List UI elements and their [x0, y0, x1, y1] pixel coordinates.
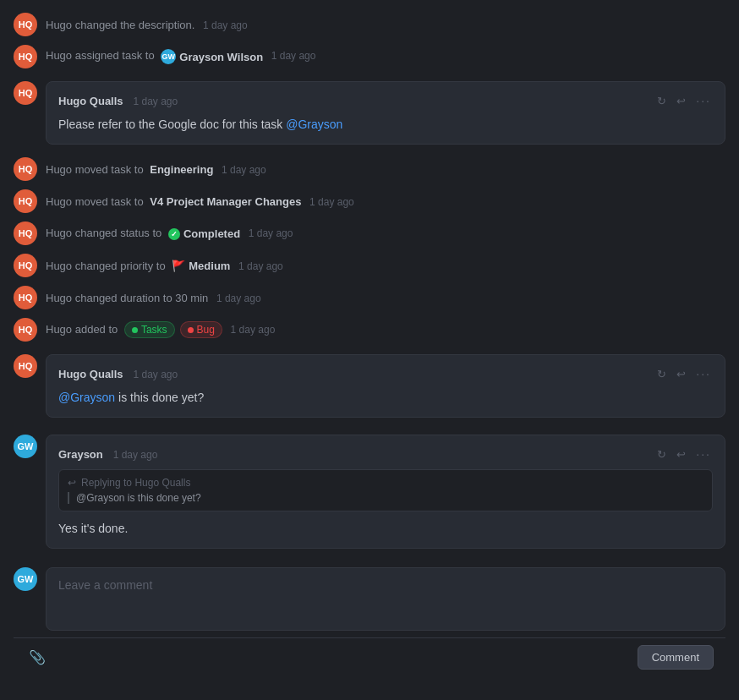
activity-row-moved-engineering: HQ Hugo moved task to Engineering 1 day … [14, 153, 725, 185]
comment-actions-1[interactable]: ↻ ↩ ··· [655, 92, 713, 109]
comment-author-area-3: Grayson 1 day ago [58, 447, 157, 461]
tag-dot-tasks [132, 327, 138, 333]
activity-text-7: Hugo changed duration to 30 min 1 day ag… [46, 292, 725, 304]
comment-body-3: Grayson 1 day ago ↻ ↩ ··· ↩ Replying to … [46, 435, 725, 549]
tag-dot-bug [188, 327, 194, 333]
refresh-button-2[interactable]: ↻ [655, 366, 668, 382]
reply-quote-text: @Grayson is this done yet? [68, 492, 703, 504]
avatar-hq-6: HQ [14, 254, 37, 277]
activity-text-2: Hugo assigned task to GW Grayson Wilson … [46, 49, 725, 64]
activity-text-4: Hugo moved task to V4 Project Manager Ch… [46, 195, 725, 208]
comment-actions-3[interactable]: ↻ ↩ ··· [655, 446, 713, 462]
comment-body-1: Hugo Qualls 1 day ago ↻ ↩ ··· Please ref… [46, 81, 725, 145]
reply-button-1[interactable]: ↩ [675, 93, 687, 109]
avatar-hq-1: HQ [14, 13, 37, 36]
flag-icon: 🚩 [172, 260, 185, 272]
more-button-3[interactable]: ··· [694, 446, 713, 462]
avatar-hq-3: HQ [14, 157, 37, 181]
comment-header-3: Grayson 1 day ago ↻ ↩ ··· [58, 446, 713, 462]
avatar-hq-comment1: HQ [14, 81, 37, 105]
avatar-hq-5: HQ [14, 221, 37, 245]
tags-container: Tasks Bug [124, 321, 222, 338]
avatar-hq-2: HQ [14, 45, 37, 68]
comment-text-1: Please refer to the Google doc for this … [58, 116, 713, 134]
status-completed-badge: Completed [168, 227, 240, 240]
comment-input-field[interactable] [47, 568, 725, 627]
avatar-gw-comment3: GW [14, 435, 37, 458]
comment-author-area-2: Hugo Qualls 1 day ago [58, 367, 178, 380]
toolbar-left: 📎 [25, 646, 49, 669]
comment-text-2: @Grayson is this done yet? [58, 389, 713, 407]
priority-medium-badge: 🚩 Medium [172, 260, 230, 272]
refresh-button-3[interactable]: ↻ [655, 446, 668, 462]
comment-header-1: Hugo Qualls 1 day ago ↻ ↩ ··· [58, 92, 713, 109]
tag-tasks: Tasks [124, 321, 175, 338]
comment-submit-button[interactable]: Comment [638, 645, 714, 670]
more-button-1[interactable]: ··· [694, 92, 713, 109]
avatar-hq-8: HQ [14, 318, 37, 342]
comment-text-3: Yes it's done. [58, 520, 713, 538]
comment-card-3: GW Grayson 1 day ago ↻ ↩ ··· ↩ Replying … [14, 429, 725, 554]
avatar-gw-input: GW [14, 567, 37, 591]
activity-text-6: Hugo changed priority to 🚩 Medium 1 day … [46, 260, 725, 272]
reply-button-3[interactable]: ↩ [675, 446, 687, 462]
activity-row-duration: HQ Hugo changed duration to 30 min 1 day… [14, 282, 725, 314]
more-button-2[interactable]: ··· [694, 365, 713, 382]
comment-header-2: Hugo Qualls 1 day ago ↻ ↩ ··· [58, 365, 713, 382]
activity-row-changed-description: HQ Hugo changed the description. 1 day a… [14, 8, 725, 41]
comment-card-2: HQ Hugo Qualls 1 day ago ↻ ↩ ··· @Grayso… [14, 349, 725, 423]
avatar-hq-7: HQ [14, 286, 37, 309]
activity-text-5: Hugo changed status to Completed 1 day a… [46, 227, 725, 241]
reply-button-2[interactable]: ↩ [675, 366, 687, 382]
activity-row-priority-medium: HQ Hugo changed priority to 🚩 Medium 1 d… [14, 249, 725, 282]
activity-feed: HQ Hugo changed the description. 1 day a… [0, 0, 739, 685]
activity-row-moved-v4: HQ Hugo moved task to V4 Project Manager… [14, 185, 725, 217]
comment-author-area-1: Hugo Qualls 1 day ago [58, 94, 178, 107]
refresh-button-1[interactable]: ↻ [655, 93, 668, 109]
status-dot-green [168, 228, 180, 240]
activity-row-tags: HQ Hugo added to Tasks Bug 1 day ago [14, 314, 725, 346]
activity-text-8: Hugo added to Tasks Bug 1 day ago [46, 321, 725, 338]
reply-quote-header: ↩ Replying to Hugo Qualls [68, 477, 703, 489]
activity-row-assigned: HQ Hugo assigned task to GW Grayson Wils… [14, 41, 725, 73]
comment-body-2: Hugo Qualls 1 day ago ↻ ↩ ··· @Grayson i… [46, 354, 725, 418]
comment-toolbar: 📎 Comment [14, 637, 725, 676]
activity-text-3: Hugo moved task to Engineering 1 day ago [46, 163, 725, 176]
comment-actions-2[interactable]: ↻ ↩ ··· [655, 365, 713, 382]
comment-input-body [46, 567, 725, 631]
avatar-gw-small: GW [161, 49, 176, 64]
activity-text-1: Hugo changed the description. 1 day ago [46, 19, 725, 31]
reply-quote: ↩ Replying to Hugo Qualls @Grayson is th… [58, 469, 713, 511]
avatar-hq-comment2: HQ [14, 354, 37, 378]
activity-row-status-completed: HQ Hugo changed status to Completed 1 da… [14, 217, 725, 249]
tag-bug: Bug [180, 321, 222, 338]
attach-button[interactable]: 📎 [25, 646, 49, 669]
comment-card-1: HQ Hugo Qualls 1 day ago ↻ ↩ ··· Please … [14, 76, 725, 150]
avatar-hq-4: HQ [14, 189, 37, 213]
comment-input-area: GW [14, 561, 725, 637]
